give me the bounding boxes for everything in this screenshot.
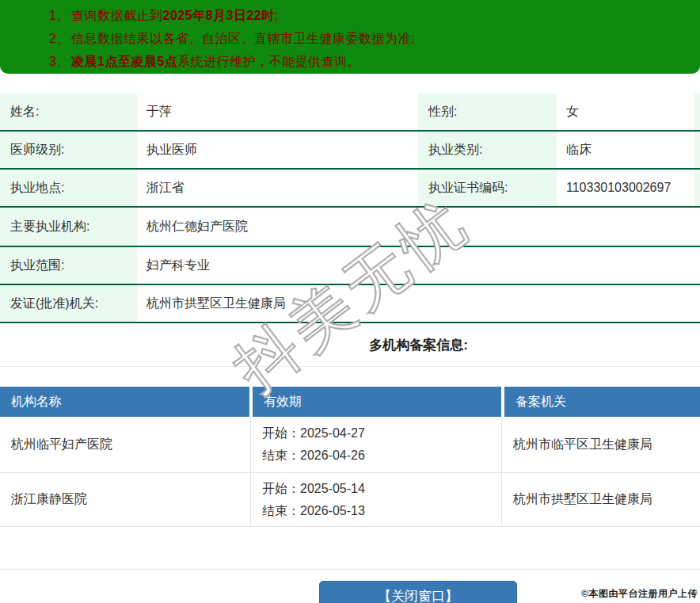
notice-text-end: 系统进行维护，不能提供查询。 [177, 55, 360, 68]
field-label-practice-location: 执业地点: [0, 170, 137, 206]
label-cell-sliver [694, 170, 700, 206]
notice-text-bold: 凌晨1点至凌晨5点 [71, 55, 177, 68]
validity-start: 开始：2025-05-14 [262, 478, 501, 500]
section-heading-multi-institution: 多机构备案信息: [137, 336, 700, 354]
table-row: 主要执业机构: 杭州仁德妇产医院 [0, 208, 700, 247]
table-row: 执业范围: 妇产科专业 [0, 247, 700, 285]
field-label-issuing-authority: 发证(批准)机关: [0, 285, 137, 322]
field-value-issuing-authority: 杭州市拱墅区卫生健康局 [137, 285, 700, 322]
notice-number: 1、 [49, 4, 71, 27]
notice-line-2: 2、信息数据结果以各省、自治区、直辖市卫生健康委数据为准; [0, 27, 700, 50]
field-label-practice-category: 执业类别: [418, 132, 557, 168]
cell-institution-name: 杭州临平妇产医院 [0, 417, 251, 472]
field-label-main-institution: 主要执业机构: [0, 208, 137, 246]
table-row: 姓名: 于萍 性别: 女 [0, 94, 700, 132]
field-value-gender: 女 [557, 94, 694, 130]
notice-text: 信息数据结果以各省、自治区、直辖市卫生健康委数据为准; [71, 32, 415, 45]
field-label-doctor-level: 医师级别: [0, 132, 137, 168]
field-label-name: 姓名: [0, 94, 137, 130]
table-row: 杭州临平妇产医院 开始：2025-04-27 结束：2026-04-26 杭州市… [0, 417, 700, 473]
registration-table: 机构名称 有效期 备案机关 杭州临平妇产医院 开始：2025-04-27 结束：… [0, 387, 700, 527]
cell-validity-period: 开始：2025-05-14 结束：2026-05-13 [251, 473, 502, 526]
field-value-practice-location: 浙江省 [137, 170, 418, 206]
field-label-practice-scope: 执业范围: [0, 247, 137, 284]
table-row: 医师级别: 执业医师 执业类别: 临床 [0, 132, 700, 170]
notice-text-bold: 2025年8月3日22时 [163, 9, 275, 22]
cell-registration-authority: 杭州市临平区卫生健康局 [502, 417, 700, 472]
notice-text-end: ; [275, 9, 279, 22]
table-row: 发证(批准)机关: 杭州市拱墅区卫生健康局 [0, 285, 700, 323]
cell-institution-name: 浙江康静医院 [0, 473, 251, 526]
field-label-license-number: 执业证书编码: [418, 170, 557, 206]
cell-registration-authority: 杭州市拱墅区卫生健康局 [502, 473, 700, 526]
column-header-authority: 备案机关 [504, 387, 700, 417]
field-value-practice-scope: 妇产科专业 [137, 247, 700, 284]
validity-end: 结束：2026-04-26 [262, 445, 501, 467]
notice-number: 2、 [49, 27, 71, 50]
field-value-main-institution: 杭州仁德妇产医院 [137, 208, 700, 246]
divider [0, 366, 700, 367]
registration-table-header: 机构名称 有效期 备案机关 [0, 387, 700, 417]
table-row: 浙江康静医院 开始：2025-05-14 结束：2026-05-13 杭州市拱墅… [0, 473, 700, 527]
field-value-name: 于萍 [137, 94, 418, 130]
column-header-validity: 有效期 [253, 387, 501, 417]
label-cell-sliver [694, 132, 700, 168]
validity-end: 结束：2026-05-13 [262, 500, 501, 522]
field-value-practice-category: 临床 [557, 132, 694, 168]
doctor-info-table: 姓名: 于萍 性别: 女 医师级别: 执业医师 执业类别: 临床 执业地点: 浙… [0, 94, 700, 323]
notice-line-3: 3、凌晨1点至凌晨5点系统进行维护，不能提供查询。 [0, 50, 700, 73]
field-value-license-number: 110330103002697 [557, 170, 694, 206]
notice-number: 3、 [49, 50, 71, 73]
notice-line-1: 1、查询数据截止到2025年8月3日22时; [0, 4, 700, 27]
notice-text: 查询数据截止到 [71, 9, 163, 22]
notice-banner: 1、查询数据截止到2025年8月3日22时; 2、信息数据结果以各省、自治区、直… [0, 0, 700, 74]
validity-start: 开始：2025-04-27 [262, 422, 501, 445]
field-label-gender: 性别: [418, 94, 557, 130]
close-window-button[interactable]: 【关闭窗口】 [319, 581, 517, 603]
footer-upload-note: ©本图由平台注册用户上传 [581, 587, 698, 601]
cell-validity-period: 开始：2025-04-27 结束：2026-04-26 [251, 417, 502, 472]
table-row: 执业地点: 浙江省 执业证书编码: 110330103002697 [0, 170, 700, 208]
column-header-institution: 机构名称 [0, 387, 249, 417]
divider [0, 569, 700, 570]
label-cell-sliver [694, 94, 700, 130]
field-value-doctor-level: 执业医师 [137, 132, 418, 168]
